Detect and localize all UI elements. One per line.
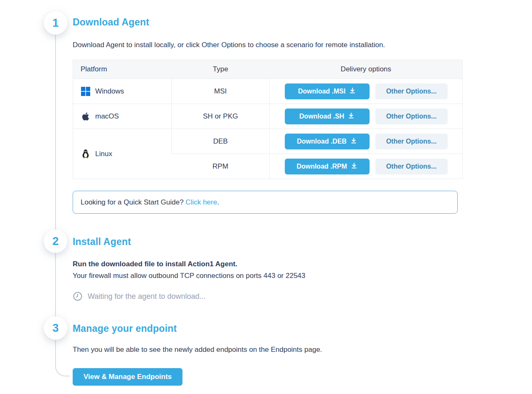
download-sh-label: Download .SH [299, 113, 345, 120]
platform-label-macos: macOS [95, 112, 119, 121]
step-1-description: Download Agent to install locally, or cl… [73, 40, 463, 50]
download-icon [349, 87, 356, 96]
type-linux-deb: DEB [171, 129, 269, 154]
table-row-windows: Windows MSI Download .MSI Oth [73, 79, 463, 104]
platform-label-linux: Linux [95, 150, 112, 158]
step-1-number: 1 [52, 17, 58, 30]
agent-setup-page: 1 2 3 Download Agent Download Agent to i… [0, 0, 532, 394]
clock-icon [73, 291, 83, 301]
step-3-description: Then you will be able to see the newly a… [73, 345, 463, 355]
type-windows: MSI [171, 79, 269, 104]
waiting-status-text: Waiting for the agent to download... [88, 292, 206, 301]
other-options-macos-button[interactable]: Other Options... [375, 109, 448, 124]
other-options-windows-button[interactable]: Other Options... [375, 83, 448, 99]
download-rpm-label: Download .RPM [296, 163, 347, 170]
step-3-title: Manage your endpoint [73, 322, 463, 335]
step-3-badge: 3 [44, 316, 67, 340]
download-deb-button[interactable]: Download .DEB [285, 134, 370, 149]
step-2-firewall-note: Your firewall must allow outbound TCP co… [73, 270, 463, 281]
column-header-platform: Platform [73, 60, 172, 79]
apple-logo-icon [81, 111, 91, 121]
other-options-deb-button[interactable]: Other Options... [375, 134, 448, 149]
step-1-title: Download Agent [73, 16, 463, 28]
download-msi-label: Download .MSI [298, 88, 346, 95]
download-rpm-button[interactable]: Download .RPM [285, 159, 370, 174]
download-sh-button[interactable]: Download .SH [285, 109, 370, 124]
waiting-status: Waiting for the agent to download... [73, 290, 463, 302]
download-icon [350, 137, 357, 146]
download-msi-button[interactable]: Download .MSI [285, 83, 370, 99]
windows-logo-icon [81, 86, 91, 96]
steps-content: Download Agent Download Agent to install… [73, 0, 463, 386]
download-table: Platform Type Delivery options Windows [73, 60, 463, 179]
download-icon [348, 112, 355, 121]
platform-label-windows: Windows [95, 87, 124, 96]
download-deb-label: Download .DEB [297, 138, 347, 145]
linux-tux-icon [81, 149, 91, 159]
type-linux-rpm: RPM [171, 154, 269, 179]
download-icon [351, 162, 357, 171]
step-3-number: 3 [52, 322, 58, 335]
view-manage-endpoints-button[interactable]: View & Manage Endpoints [73, 368, 182, 386]
column-header-delivery-options: Delivery options [270, 60, 463, 79]
step-1-badge: 1 [44, 11, 67, 35]
table-row-macos: macOS SH or PKG Download .SH [73, 104, 463, 129]
column-header-type: Type [171, 60, 269, 79]
step-2-instruction: Run the downloaded file to install Actio… [73, 259, 463, 270]
type-macos: SH or PKG [171, 104, 269, 129]
step-2-number: 2 [52, 235, 58, 248]
table-header-row: Platform Type Delivery options [73, 60, 463, 79]
quick-start-banner: Looking for a Quick Start Guide? Click h… [73, 191, 458, 214]
step-2-title: Install Agent [73, 235, 463, 248]
quick-start-period: . [217, 198, 219, 207]
table-row-linux-deb: Linux DEB Download .DEB Other [73, 129, 463, 154]
other-options-rpm-button[interactable]: Other Options... [375, 159, 448, 174]
quick-start-link[interactable]: Click here [185, 198, 217, 207]
quick-start-text: Looking for a Quick Start Guide? [81, 198, 185, 207]
step-2-badge: 2 [44, 230, 67, 253]
